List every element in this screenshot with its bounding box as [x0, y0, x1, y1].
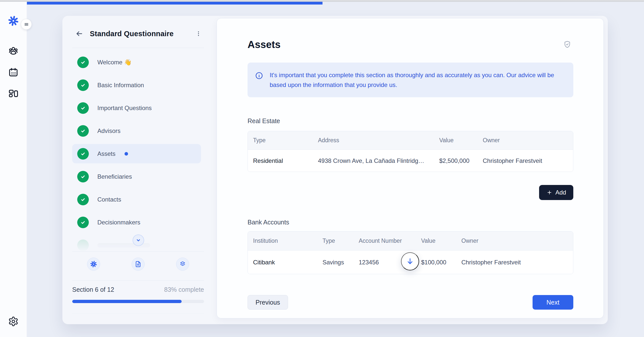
back-button[interactable]: [74, 29, 84, 39]
check-circle-icon: [77, 148, 89, 160]
step-label: Assets: [97, 150, 115, 157]
plus-icon: [546, 189, 552, 196]
table-row[interactable]: Residential4938 Crown Ave, La Cañada Fli…: [248, 150, 573, 172]
sidebar-item-settings[interactable]: [8, 316, 19, 327]
step-label: Beneficiaries: [97, 173, 132, 180]
table-cell: 4938 Crown Ave, La Cañada Flintridg…: [313, 157, 434, 164]
shield-check-icon: [563, 40, 571, 49]
shortcut-row: [72, 252, 204, 271]
column-header: Type: [317, 237, 353, 244]
column-header: Value: [416, 237, 456, 244]
panel-divider: [72, 313, 204, 313]
column-header: Owner: [456, 237, 573, 244]
step-item[interactable]: Decisionmakers: [72, 211, 204, 234]
step-item[interactable]: Contacts: [72, 188, 204, 211]
section-progress-label: Section 6 of 12: [72, 286, 114, 293]
questionnaire-shell: Standard Questionnaire Welcome 👋 Basic I…: [62, 16, 608, 324]
document-shortcut-button[interactable]: [132, 258, 145, 271]
sidebar-item-clients[interactable]: [8, 46, 19, 57]
real-estate-table: TypeAddressValueOwnerResidential4938 Cro…: [248, 131, 573, 172]
active-step-dot: [125, 152, 128, 156]
table-cell: $2,500,000: [434, 157, 477, 164]
check-circle-icon: [77, 125, 89, 137]
panel-title: Standard Questionnaire: [90, 30, 174, 38]
hamburger-icon: [24, 22, 29, 27]
scroll-steps-button[interactable]: [133, 234, 144, 246]
table-cell: $100,000: [416, 259, 456, 266]
table-cell: Residential: [248, 157, 313, 164]
check-circle-icon: [77, 102, 89, 114]
panel-divider: [72, 280, 204, 281]
chevron-down-icon: [135, 237, 142, 244]
panel-divider: [72, 48, 204, 48]
step-label: Important Questions: [97, 105, 152, 112]
brand-shortcut-button[interactable]: [87, 258, 100, 271]
column-header: Value: [434, 137, 477, 144]
settings-gear-icon: [8, 316, 19, 327]
column-header: Account Number: [353, 237, 416, 244]
column-header: Address: [313, 137, 434, 144]
calendar-icon: [8, 67, 19, 78]
panel-menu-button[interactable]: [193, 29, 204, 39]
page-title: Assets: [248, 18, 573, 51]
questionnaire-panel: Standard Questionnaire Welcome 👋 Basic I…: [72, 16, 204, 324]
app-sidebar: [0, 2, 27, 337]
check-circle-icon: [77, 171, 89, 182]
info-icon: [255, 72, 263, 80]
check-circle-icon: [77, 57, 89, 68]
progress-bar-track: [72, 300, 204, 303]
previous-button[interactable]: Previous: [248, 295, 288, 310]
panel-footer: Section 6 of 12 83% complete: [72, 251, 204, 313]
step-label: Advisors: [97, 127, 120, 134]
kebab-menu-icon: [195, 30, 202, 37]
layers-shortcut-button[interactable]: [176, 258, 189, 271]
sidebar-item-boards[interactable]: [8, 88, 19, 99]
table-cell: Christopher Farestveit: [477, 157, 573, 164]
sidebar-toggle-button[interactable]: [21, 19, 32, 30]
step-label: Welcome 👋: [97, 59, 132, 66]
step-item[interactable]: Welcome 👋: [72, 51, 204, 74]
layout-kanban-icon: [8, 88, 19, 99]
sidebar-item-calendar[interactable]: [8, 67, 19, 78]
bank-accounts-heading: Bank Accounts: [248, 218, 573, 226]
table-header-row: InstitutionTypeAccount NumberValueOwner: [248, 231, 573, 251]
check-circle-icon: [77, 217, 89, 228]
app-logo[interactable]: [8, 15, 19, 27]
arrow-down-icon: [406, 257, 414, 266]
column-header: Owner: [477, 137, 573, 144]
step-label: Contacts: [97, 196, 121, 203]
step-item[interactable]: Beneficiaries: [72, 165, 204, 188]
asterisk-logo-icon: [8, 15, 19, 26]
scroll-down-button[interactable]: [401, 252, 419, 270]
column-header: Institution: [248, 237, 317, 244]
add-button-label: Add: [555, 189, 566, 196]
step-label: Basic Information: [97, 82, 144, 89]
steps-list: Welcome 👋 Basic Information Important Qu…: [72, 51, 204, 234]
step-item[interactable]: Advisors: [72, 119, 204, 142]
info-banner: It's important that you complete this se…: [248, 63, 573, 97]
asterisk-logo-icon: [90, 260, 97, 268]
progress-bar-fill: [72, 300, 182, 303]
column-header: Type: [248, 137, 313, 144]
next-button[interactable]: Next: [533, 295, 573, 310]
step-item[interactable]: Important Questions: [72, 97, 204, 119]
table-cell: Citibank: [248, 259, 317, 266]
check-circle-icon: [77, 194, 89, 205]
step-item[interactable]: Assets: [72, 142, 204, 165]
top-loading-bar: [27, 2, 323, 5]
step-item[interactable]: Basic Information: [72, 74, 204, 97]
check-circle-icon: [77, 79, 89, 91]
table-cell: Christopher Farestveit: [456, 259, 573, 266]
check-circle-icon: [77, 239, 89, 251]
info-banner-text: It's important that you complete this se…: [270, 70, 566, 90]
team-icon: [8, 46, 19, 57]
layers-icon: [179, 261, 186, 268]
percent-complete-label: 83% complete: [164, 286, 204, 293]
back-arrow-icon: [75, 29, 84, 38]
step-label: Decisionmakers: [97, 219, 140, 226]
table-cell: Savings: [317, 259, 353, 266]
table-header-row: TypeAddressValueOwner: [248, 131, 573, 150]
section-content-card: Assets It's important that you complete …: [217, 18, 604, 318]
add-real-estate-button[interactable]: Add: [539, 185, 573, 200]
real-estate-heading: Real Estate: [248, 117, 573, 125]
